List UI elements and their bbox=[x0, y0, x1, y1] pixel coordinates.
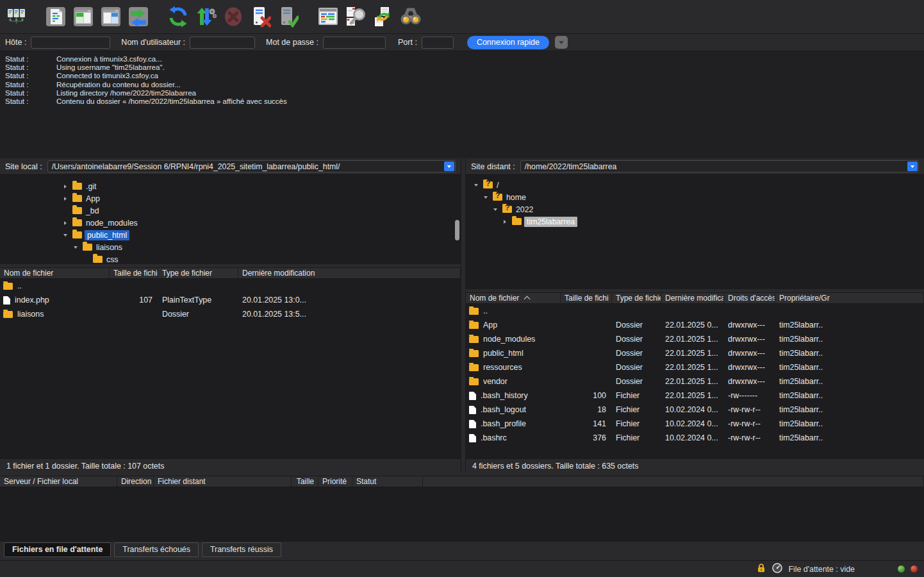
chevron-down-icon[interactable] bbox=[482, 196, 490, 199]
column-header-type[interactable]: Type de fichie bbox=[612, 293, 661, 303]
file-row[interactable]: App Dossier 22.01.2025 0... drwxrwx--- t… bbox=[466, 318, 924, 332]
chevron-right-icon[interactable] bbox=[62, 185, 69, 188]
column-header-server-local-file[interactable]: Serveur / Fichier local bbox=[0, 476, 117, 487]
file-modified: 22.01.2025 1... bbox=[661, 363, 724, 372]
toggle-transfer-queue-button[interactable] bbox=[126, 4, 151, 29]
refresh-button[interactable] bbox=[166, 4, 190, 29]
tree-item-liaisons[interactable]: liaisons bbox=[0, 241, 461, 253]
tree-item-bd[interactable]: _bd bbox=[0, 205, 461, 217]
lock-icon[interactable] bbox=[756, 563, 766, 575]
file-size: 141 bbox=[561, 419, 612, 428]
file-type: PlainTextType bbox=[158, 296, 238, 305]
port-input[interactable] bbox=[422, 37, 454, 49]
filter-listing-button[interactable] bbox=[316, 4, 340, 29]
file-row[interactable]: .. bbox=[0, 279, 461, 293]
combo-dropdown-icon[interactable] bbox=[444, 162, 454, 171]
column-header-name[interactable]: Nom de fichier bbox=[466, 293, 561, 303]
file-owner: tim25labarr.. bbox=[775, 321, 924, 330]
quickconnect-button[interactable]: Connexion rapide bbox=[467, 36, 549, 49]
tree-item-tim25labarrea[interactable]: tim25labarrea bbox=[466, 215, 924, 228]
combo-dropdown-icon[interactable] bbox=[907, 162, 918, 171]
column-header-status[interactable]: Statut bbox=[352, 476, 423, 487]
cancel-operation-button[interactable] bbox=[221, 4, 245, 29]
file-permissions: drwxrwx--- bbox=[724, 377, 775, 386]
column-header-owner[interactable]: Propriétaire/Gr bbox=[775, 293, 924, 303]
tree-item-git[interactable]: .git bbox=[0, 180, 461, 192]
file-row[interactable]: .bash_history 100 Fichier 22.01.2025 1..… bbox=[466, 389, 924, 403]
local-path-value: /Users/antoinelabarre9/Session 6/RPNI4/r… bbox=[48, 162, 354, 171]
file-row[interactable]: liaisons Dossier 20.01.2025 13:5... bbox=[0, 307, 461, 321]
log-entry-message: Listing directory /home/2022/tim25labarr… bbox=[56, 89, 924, 97]
file-permissions: -rw------- bbox=[724, 391, 775, 400]
toggle-remote-tree-button[interactable] bbox=[99, 4, 123, 29]
local-file-list[interactable]: .. index.php 107 PlainTextType 20.01.202… bbox=[0, 279, 461, 458]
site-manager-button[interactable] bbox=[4, 4, 28, 29]
file-row[interactable]: index.php 107 PlainTextType 20.01.2025 1… bbox=[0, 293, 461, 307]
process-queue-button[interactable] bbox=[194, 4, 218, 29]
remote-directory-tree[interactable]: / home 2022 tim25labarrea bbox=[466, 174, 924, 292]
column-header-direction[interactable]: Direction bbox=[117, 476, 154, 487]
column-header-permissions[interactable]: Droits d'accès bbox=[724, 293, 775, 303]
search-files-button[interactable] bbox=[399, 4, 423, 29]
tab-queued-files[interactable]: Fichiers en file d'attente bbox=[4, 542, 111, 557]
column-header-priority[interactable]: Priorité bbox=[318, 476, 352, 487]
username-input[interactable] bbox=[190, 37, 255, 49]
tree-item-root[interactable]: / bbox=[466, 179, 924, 191]
column-header-name[interactable]: Nom de fichier bbox=[0, 268, 110, 278]
tree-item-public-html[interactable]: public_html bbox=[0, 229, 461, 241]
tree-item-css[interactable]: css bbox=[0, 253, 461, 265]
local-directory-tree[interactable]: .git App _bd node_modules public_html bbox=[0, 174, 461, 267]
file-row[interactable]: .. bbox=[466, 304, 924, 318]
local-path-combobox[interactable]: /Users/antoinelabarre9/Session 6/RPNI4/r… bbox=[47, 160, 456, 172]
folder-icon bbox=[72, 183, 82, 190]
chevron-right-icon[interactable] bbox=[62, 197, 69, 201]
file-row[interactable]: .bashrc 376 Fichier 10.02.2024 0... -rw-… bbox=[466, 431, 924, 445]
file-row[interactable]: ressources Dossier 22.01.2025 1... drwxr… bbox=[466, 360, 924, 374]
disconnect-button[interactable] bbox=[249, 4, 273, 29]
chevron-down-icon[interactable] bbox=[491, 208, 499, 211]
scrollbar-thumb[interactable] bbox=[455, 220, 459, 240]
speed-limits-icon[interactable] bbox=[772, 563, 782, 575]
tree-item-node-modules[interactable]: node_modules bbox=[0, 217, 461, 229]
tree-item-2022[interactable]: 2022 bbox=[466, 203, 924, 215]
message-log[interactable]: Statut : Connexion à timunix3.csfoy.ca..… bbox=[0, 51, 924, 158]
chevron-right-icon[interactable] bbox=[62, 221, 69, 225]
remote-path-combobox[interactable]: /home/2022/tim25labarrea bbox=[520, 160, 919, 172]
reconnect-button[interactable] bbox=[276, 4, 301, 29]
tree-item-home[interactable]: home bbox=[466, 191, 924, 203]
column-header-size[interactable]: Taille de fichi bbox=[561, 293, 612, 303]
column-header-size[interactable]: Taille bbox=[292, 476, 318, 487]
remote-pane: Site distant : /home/2022/tim25labarrea … bbox=[466, 158, 924, 472]
file-row[interactable]: public_html Dossier 22.01.2025 1... drwx… bbox=[466, 346, 924, 360]
compare-directories-button[interactable] bbox=[343, 4, 368, 29]
column-header-remote-file[interactable]: Fichier distant bbox=[154, 476, 292, 487]
column-header-size[interactable]: Taille de fichie bbox=[110, 268, 158, 278]
column-header-modified[interactable]: Dernière modification bbox=[238, 268, 461, 278]
file-permissions: drwxrwx--- bbox=[724, 349, 775, 358]
chevron-down-icon[interactable] bbox=[472, 184, 480, 187]
toggle-local-tree-button[interactable] bbox=[71, 4, 95, 29]
tree-item-label: App bbox=[86, 194, 100, 203]
chevron-down-icon[interactable] bbox=[72, 246, 79, 249]
host-input[interactable] bbox=[31, 37, 110, 49]
file-row[interactable]: .bash_profile 141 Fichier 10.02.2024 0..… bbox=[466, 417, 924, 431]
column-header-modified[interactable]: Dernière modifica bbox=[661, 293, 724, 303]
remote-file-list[interactable]: .. App Dossier 22.01.2025 0... bbox=[466, 304, 924, 458]
synchronized-browsing-button[interactable] bbox=[371, 4, 395, 29]
tree-item-app[interactable]: App bbox=[0, 192, 461, 205]
chevron-down-icon[interactable] bbox=[62, 234, 69, 237]
file-row[interactable]: node_modules Dossier 22.01.2025 1... drw… bbox=[466, 332, 924, 346]
file-row[interactable]: vendor Dossier 22.01.2025 1... drwxrwx--… bbox=[466, 374, 924, 389]
file-name: liaisons bbox=[17, 310, 44, 319]
file-row[interactable]: .bash_logout 18 Fichier 10.02.2024 0... … bbox=[466, 403, 924, 417]
quickconnect-dropdown-button[interactable] bbox=[555, 36, 568, 49]
toggle-log-view-button[interactable] bbox=[44, 4, 68, 29]
tab-successful-transfers[interactable]: Transferts réussis bbox=[202, 542, 281, 557]
queue-list[interactable] bbox=[0, 487, 924, 542]
password-input[interactable] bbox=[323, 37, 386, 49]
column-header-type[interactable]: Type de fichier bbox=[158, 268, 238, 278]
tab-failed-transfers[interactable]: Transferts échoués bbox=[114, 542, 199, 557]
file-owner: tim25labarr.. bbox=[775, 433, 924, 442]
chevron-right-icon[interactable] bbox=[501, 220, 509, 224]
panel-splitter[interactable] bbox=[461, 158, 466, 472]
